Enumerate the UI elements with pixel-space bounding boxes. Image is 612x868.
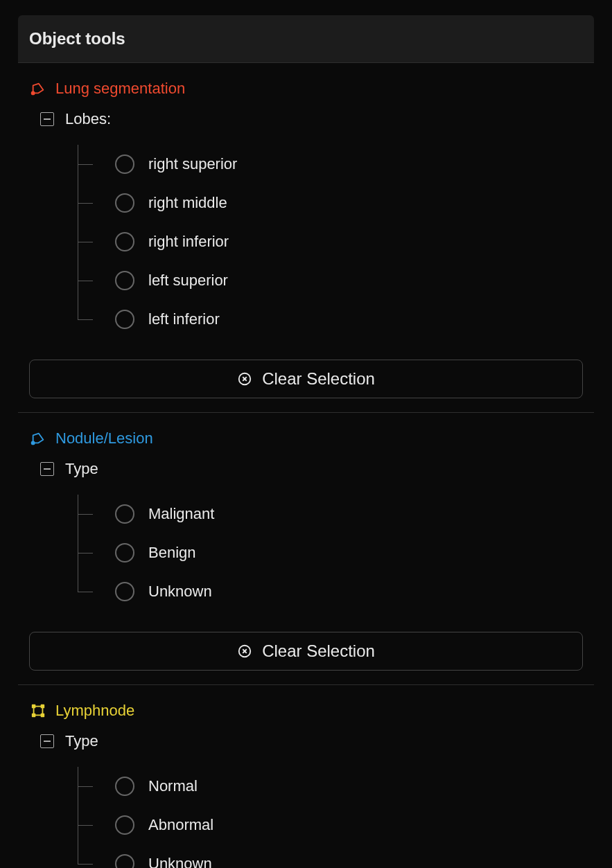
option-label: Abnormal (148, 816, 213, 834)
option-item[interactable]: Unknown (78, 844, 594, 868)
group-header[interactable]: Type (18, 460, 594, 478)
clear-selection-button[interactable]: Clear Selection (29, 632, 583, 671)
svg-point-4 (32, 441, 35, 444)
radio-icon[interactable] (115, 777, 134, 796)
collapse-icon[interactable] (40, 462, 54, 476)
section-title: Lung segmentation (55, 80, 185, 98)
radio-icon[interactable] (115, 193, 134, 213)
radio-icon[interactable] (115, 815, 134, 835)
svg-rect-11 (33, 714, 35, 717)
option-item[interactable]: right middle (78, 184, 594, 222)
radio-icon[interactable] (115, 543, 134, 563)
section-lymphnode: Lymphnode Type Normal Abnormal Unknown (18, 685, 594, 868)
object-tools-panel: Object tools Lung segmentation Lobes: ri… (0, 0, 612, 868)
option-list: Normal Abnormal Unknown (78, 757, 594, 868)
close-circle-icon (237, 371, 252, 387)
group-label: Lobes: (65, 110, 111, 128)
option-label: right superior (148, 155, 237, 173)
radio-icon[interactable] (115, 854, 134, 868)
option-label: left superior (148, 272, 228, 290)
collapse-icon[interactable] (40, 112, 54, 126)
option-label: Unknown (148, 855, 212, 868)
option-item[interactable]: left inferior (78, 300, 594, 339)
polygon-icon (30, 81, 46, 96)
clear-selection-label: Clear Selection (262, 641, 375, 661)
section-title: Lymphnode (55, 702, 134, 720)
option-item[interactable]: right superior (78, 145, 594, 184)
option-list: right superior right middle right inferi… (78, 135, 594, 339)
radio-icon[interactable] (115, 271, 134, 290)
radio-icon[interactable] (115, 504, 134, 524)
group-label: Type (65, 732, 98, 750)
option-item[interactable]: Malignant (78, 495, 594, 533)
radio-icon[interactable] (115, 310, 134, 329)
svg-point-0 (32, 91, 35, 94)
clear-selection-button[interactable]: Clear Selection (29, 360, 583, 398)
section-nodule-lesion: Nodule/Lesion Type Malignant Benign Unkn… (18, 413, 594, 685)
option-item[interactable]: Unknown (78, 572, 594, 611)
option-label: Malignant (148, 505, 214, 523)
svg-rect-9 (33, 705, 35, 708)
radio-icon[interactable] (115, 582, 134, 601)
radio-icon[interactable] (115, 154, 134, 174)
option-item[interactable]: right inferior (78, 222, 594, 261)
section-lung-segmentation: Lung segmentation Lobes: right superior … (18, 63, 594, 413)
option-item[interactable]: Abnormal (78, 806, 594, 844)
group-header[interactable]: Lobes: (18, 110, 594, 128)
group-label: Type (65, 460, 98, 478)
option-label: right middle (148, 194, 227, 212)
group-header[interactable]: Type (18, 732, 594, 750)
option-label: Normal (148, 777, 198, 795)
option-label: left inferior (148, 310, 220, 328)
polygon-icon (30, 431, 46, 446)
section-header[interactable]: Nodule/Lesion (18, 429, 594, 448)
svg-rect-10 (42, 705, 44, 708)
section-title: Nodule/Lesion (55, 429, 153, 448)
svg-rect-12 (42, 714, 44, 717)
option-item[interactable]: Benign (78, 533, 594, 572)
bbox-icon (30, 703, 46, 718)
collapse-icon[interactable] (40, 734, 54, 748)
option-item[interactable]: Normal (78, 767, 594, 806)
option-label: Unknown (148, 583, 212, 601)
section-header[interactable]: Lymphnode (18, 702, 594, 720)
option-item[interactable]: left superior (78, 261, 594, 300)
close-circle-icon (237, 644, 252, 659)
option-label: right inferior (148, 233, 229, 251)
section-header[interactable]: Lung segmentation (18, 80, 594, 98)
option-label: Benign (148, 544, 196, 562)
panel-title: Object tools (18, 15, 594, 63)
option-list: Malignant Benign Unknown (78, 485, 594, 611)
radio-icon[interactable] (115, 232, 134, 251)
clear-selection-label: Clear Selection (262, 369, 375, 389)
